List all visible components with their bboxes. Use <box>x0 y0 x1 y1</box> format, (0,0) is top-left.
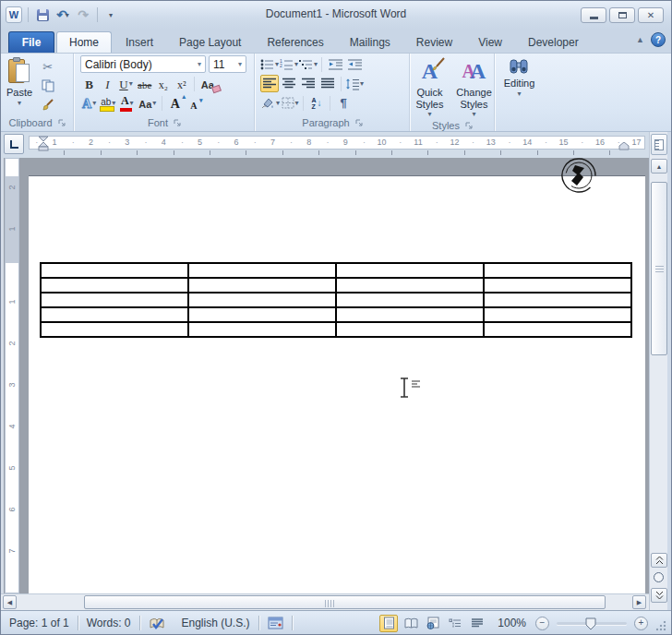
minimize-button[interactable] <box>581 7 606 23</box>
format-painter-button[interactable] <box>39 97 56 114</box>
close-button[interactable]: ✕ <box>638 7 664 23</box>
page-count[interactable]: Page: 1 of 1 <box>1 611 78 635</box>
tab-references[interactable]: References <box>255 31 335 53</box>
change-styles-button[interactable]: AA Change Styles <box>452 55 497 120</box>
paste-button[interactable]: Paste <box>4 55 35 116</box>
table-cell[interactable] <box>484 307 631 322</box>
help-button[interactable]: ? <box>651 32 666 47</box>
tab-review[interactable]: Review <box>404 31 464 53</box>
numbering-button[interactable]: 12▾ <box>280 55 298 73</box>
align-left-button[interactable] <box>260 75 279 92</box>
tab-home[interactable]: Home <box>56 31 112 53</box>
table-cell[interactable] <box>484 278 631 293</box>
table-cell[interactable] <box>188 278 336 293</box>
sort-button[interactable]: AZ ↓ <box>307 94 326 112</box>
select-browse-object-button[interactable] <box>654 572 664 582</box>
text-effects-button[interactable]: A▾ <box>80 94 98 112</box>
zoom-out-button[interactable]: − <box>535 617 549 630</box>
tab-developer[interactable]: Developer <box>516 31 591 53</box>
editing-button[interactable]: Editing <box>501 55 538 116</box>
zoom-in-button[interactable]: + <box>634 617 648 630</box>
print-layout-view-button[interactable] <box>379 615 398 632</box>
table-cell[interactable] <box>484 322 631 337</box>
grow-font-button[interactable]: A <box>166 94 184 112</box>
table-cell[interactable] <box>336 293 484 307</box>
line-spacing-button[interactable]: ▾ <box>345 75 364 92</box>
previous-page-button[interactable] <box>651 553 667 568</box>
resize-grip[interactable] <box>655 620 667 632</box>
decrease-indent-button[interactable] <box>326 55 344 73</box>
table-cell[interactable] <box>484 293 631 307</box>
paragraph-dialog-launcher-icon[interactable] <box>354 118 364 127</box>
font-name-combo[interactable]: Calibri (Body) ▾ <box>80 55 206 73</box>
scroll-left-button[interactable]: ◀ <box>3 595 17 609</box>
table-cell[interactable] <box>188 322 336 337</box>
table-cell[interactable] <box>41 322 188 337</box>
strikethrough-button[interactable]: abe <box>136 75 153 92</box>
tab-page-layout[interactable]: Page Layout <box>167 31 253 53</box>
web-layout-view-button[interactable] <box>424 615 442 632</box>
table-cell[interactable] <box>41 263 188 278</box>
right-indent-marker[interactable] <box>618 142 630 150</box>
shrink-font-button[interactable]: A <box>185 94 202 112</box>
copy-button[interactable] <box>39 78 56 94</box>
underline-button[interactable]: U▾ <box>117 75 135 92</box>
bold-button[interactable]: B <box>80 75 98 92</box>
tab-stop-selector[interactable] <box>4 134 24 154</box>
superscript-button[interactable]: x² <box>173 75 190 92</box>
word-count[interactable]: Words: 0 <box>78 611 139 635</box>
font-color-button[interactable]: A▾ <box>118 94 136 112</box>
align-center-button[interactable] <box>280 75 298 92</box>
next-page-button[interactable] <box>651 588 667 603</box>
vertical-ruler[interactable]: 211234567 <box>5 158 19 593</box>
draft-view-button[interactable] <box>468 615 486 632</box>
outline-view-button[interactable] <box>446 615 464 632</box>
clipboard-dialog-launcher-icon[interactable] <box>57 118 66 127</box>
tab-mailings[interactable]: Mailings <box>338 31 402 53</box>
vertical-scroll-thumb[interactable] <box>651 182 667 355</box>
table-cell[interactable] <box>336 278 484 293</box>
tab-file[interactable]: File <box>8 31 54 53</box>
table-cell[interactable] <box>484 263 631 278</box>
font-dialog-launcher-icon[interactable] <box>173 118 182 127</box>
italic-button[interactable]: I <box>99 75 116 92</box>
justify-button[interactable] <box>318 75 337 92</box>
shading-button[interactable]: ▾ <box>260 94 280 112</box>
table-cell[interactable] <box>41 307 188 322</box>
borders-button[interactable]: ▾ <box>281 94 299 112</box>
subscript-button[interactable]: x₂ <box>154 75 172 92</box>
table-cell[interactable] <box>188 293 336 307</box>
clear-formatting-button[interactable]: Aa <box>198 75 216 92</box>
horizontal-scroll-thumb[interactable] <box>84 595 606 609</box>
macro-record-button[interactable] <box>259 611 292 635</box>
increase-indent-button[interactable] <box>345 55 364 73</box>
table-cell[interactable] <box>41 278 188 293</box>
scroll-right-button[interactable]: ▶ <box>632 595 646 609</box>
vertical-scrollbar[interactable]: ▲ <box>649 132 667 610</box>
tab-insert[interactable]: Insert <box>114 31 165 53</box>
collapse-ribbon-button[interactable]: ▲ <box>636 35 644 44</box>
language-status[interactable]: English (U.S.) <box>174 611 258 635</box>
table-cell[interactable] <box>41 293 188 307</box>
change-case-button[interactable]: Aa▾ <box>137 94 158 112</box>
multilevel-list-button[interactable]: ▾ <box>299 55 318 73</box>
table-cell[interactable] <box>188 263 336 278</box>
maximize-button[interactable] <box>609 7 635 23</box>
zoom-slider-thumb[interactable] <box>585 617 596 630</box>
align-right-button[interactable] <box>299 75 318 92</box>
table-cell[interactable] <box>188 307 336 322</box>
quick-styles-button[interactable]: A Quick Styles <box>410 55 450 120</box>
font-size-combo[interactable]: 11 ▾ <box>209 55 246 73</box>
styles-dialog-launcher-icon[interactable] <box>464 121 474 130</box>
full-screen-reading-view-button[interactable] <box>402 615 420 632</box>
document-page[interactable] <box>29 176 645 593</box>
show-hide-pilcrow-button[interactable]: ¶ <box>334 94 353 112</box>
table-cell[interactable] <box>336 322 484 337</box>
horizontal-scrollbar[interactable]: ◀ ▶ <box>1 593 649 610</box>
bullets-button[interactable]: ▾ <box>260 55 279 73</box>
highlight-color-button[interactable]: ab▾ <box>99 94 117 112</box>
horizontal-ruler[interactable]: 1·2·3·4·5·6·7·8·9·10·11·12·13·14·15·16·1… <box>29 136 645 150</box>
proofing-status[interactable] <box>140 611 174 635</box>
table-cell[interactable] <box>336 263 484 278</box>
zoom-level[interactable]: 100% <box>498 617 526 629</box>
